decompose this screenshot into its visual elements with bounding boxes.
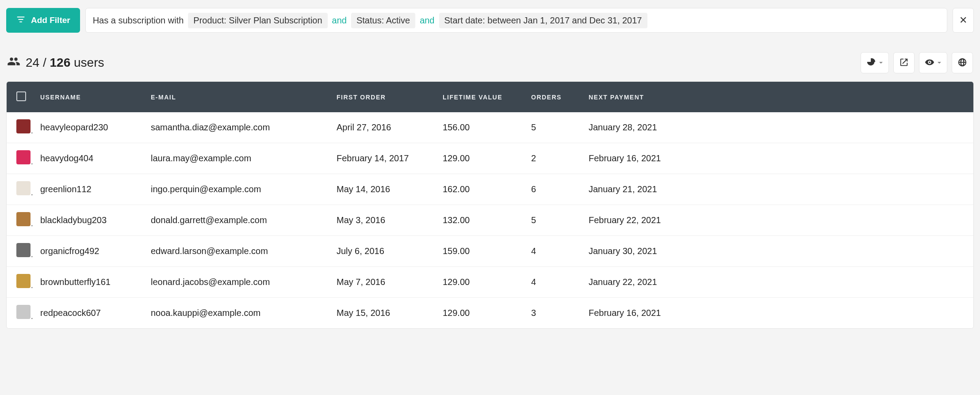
chevron-down-icon — [937, 60, 942, 66]
filter-chip-startdate[interactable]: Start date: between Jan 1, 2017 and Dec … — [439, 13, 647, 28]
result-count-word: users — [74, 56, 104, 69]
cell-ltv: 129.00 — [435, 267, 523, 298]
table-row[interactable]: brownbutterfly161leonard.jacobs@example.… — [7, 267, 973, 298]
export-button[interactable] — [893, 52, 915, 73]
avatar — [16, 212, 31, 226]
globe-icon — [957, 57, 967, 68]
filter-and-2: and — [420, 15, 434, 26]
cell-next-payment: January 21, 2021 — [581, 174, 973, 205]
cell-orders: 4 — [523, 267, 581, 298]
cell-next-payment: January 28, 2021 — [581, 112, 973, 143]
result-count-total: 126 — [50, 56, 71, 69]
cell-ltv: 162.00 — [435, 174, 523, 205]
cell-username: greenlion112 — [32, 174, 143, 205]
close-icon: ✕ — [959, 15, 967, 26]
globe-button[interactable] — [952, 52, 973, 73]
col-ltv[interactable]: LIFETIME VALUE — [435, 82, 523, 112]
avatar — [16, 181, 31, 195]
cell-next-payment: January 22, 2021 — [581, 267, 973, 298]
eye-icon — [925, 57, 934, 68]
cell-orders: 6 — [523, 174, 581, 205]
cell-username: heavydog404 — [32, 143, 143, 174]
result-count: 24 / 126 users — [7, 55, 104, 71]
cell-email: leonard.jacobs@example.com — [143, 267, 329, 298]
filter-and-1: and — [332, 15, 347, 26]
users-table: USERNAME E-MAIL FIRST ORDER LIFETIME VAL… — [6, 81, 974, 329]
cell-username: brownbutterfly161 — [32, 267, 143, 298]
cell-ltv: 159.00 — [435, 236, 523, 267]
cell-next-payment: February 22, 2021 — [581, 205, 973, 236]
clear-filter-button[interactable]: ✕ — [953, 8, 974, 33]
col-first-order[interactable]: FIRST ORDER — [329, 82, 435, 112]
cell-next-payment: January 30, 2021 — [581, 236, 973, 267]
cell-ltv: 129.00 — [435, 143, 523, 174]
cell-first-order: July 6, 2016 — [329, 236, 435, 267]
cell-orders: 5 — [523, 112, 581, 143]
result-count-shown: 24 — [26, 56, 39, 69]
filter-chip-product[interactable]: Product: Silver Plan Subscription — [188, 13, 327, 28]
table-row[interactable]: redpeacock607nooa.kauppi@example.comMay … — [7, 298, 973, 329]
table-row[interactable]: heavyleopard230samantha.diaz@example.com… — [7, 112, 973, 143]
cell-orders: 2 — [523, 143, 581, 174]
filter-chip-status[interactable]: Status: Active — [351, 13, 415, 28]
cell-username: redpeacock607 — [32, 298, 143, 329]
col-email[interactable]: E-MAIL — [143, 82, 329, 112]
cell-ltv: 156.00 — [435, 112, 523, 143]
export-icon — [899, 57, 909, 68]
filter-prefix: Has a subscription with — [93, 15, 184, 26]
cell-email: edward.larson@example.com — [143, 236, 329, 267]
col-username[interactable]: USERNAME — [32, 82, 143, 112]
avatar — [16, 274, 31, 288]
cell-ltv: 129.00 — [435, 298, 523, 329]
table-row[interactable]: blackladybug203donald.garrett@example.co… — [7, 205, 973, 236]
avatar — [16, 150, 31, 164]
filter-bar: Add Filter Has a subscription with Produ… — [6, 8, 974, 33]
cell-next-payment: February 16, 2021 — [581, 143, 973, 174]
cell-first-order: May 14, 2016 — [329, 174, 435, 205]
chevron-down-icon — [879, 60, 883, 66]
cell-email: samantha.diaz@example.com — [143, 112, 329, 143]
cell-orders: 5 — [523, 205, 581, 236]
cell-orders: 4 — [523, 236, 581, 267]
visibility-button[interactable] — [919, 52, 947, 73]
pie-chart-icon — [866, 57, 876, 68]
cell-ltv: 132.00 — [435, 205, 523, 236]
table-row[interactable]: greenlion112ingo.perquin@example.comMay … — [7, 174, 973, 205]
table-row[interactable]: organicfrog492edward.larson@example.comJ… — [7, 236, 973, 267]
cell-email: laura.may@example.com — [143, 143, 329, 174]
add-filter-label: Add Filter — [31, 15, 70, 25]
cell-next-payment: February 16, 2021 — [581, 298, 973, 329]
cell-email: nooa.kauppi@example.com — [143, 298, 329, 329]
cell-email: donald.garrett@example.com — [143, 205, 329, 236]
cell-username: blackladybug203 — [32, 205, 143, 236]
cell-orders: 3 — [523, 298, 581, 329]
avatar — [16, 119, 31, 133]
cell-first-order: February 14, 2017 — [329, 143, 435, 174]
table-row[interactable]: heavydog404laura.may@example.comFebruary… — [7, 143, 973, 174]
cell-first-order: May 3, 2016 — [329, 205, 435, 236]
avatar — [16, 305, 31, 319]
filter-icon — [16, 15, 26, 27]
table-actions — [861, 52, 973, 73]
add-filter-button[interactable]: Add Filter — [6, 8, 80, 33]
cell-username: organicfrog492 — [32, 236, 143, 267]
avatar — [16, 243, 31, 257]
result-count-sep: / — [43, 56, 46, 69]
cell-email: ingo.perquin@example.com — [143, 174, 329, 205]
cell-username: heavyleopard230 — [32, 112, 143, 143]
col-orders[interactable]: ORDERS — [523, 82, 581, 112]
cell-first-order: May 7, 2016 — [329, 267, 435, 298]
active-filter-pill[interactable]: Has a subscription with Product: Silver … — [85, 8, 947, 33]
select-all-checkbox[interactable] — [16, 91, 26, 101]
cell-first-order: May 15, 2016 — [329, 298, 435, 329]
col-next-payment[interactable]: NEXT PAYMENT — [581, 82, 973, 112]
users-icon — [7, 55, 20, 71]
cell-first-order: April 27, 2016 — [329, 112, 435, 143]
table-header-row: USERNAME E-MAIL FIRST ORDER LIFETIME VAL… — [7, 82, 973, 112]
chart-button[interactable] — [861, 52, 889, 73]
